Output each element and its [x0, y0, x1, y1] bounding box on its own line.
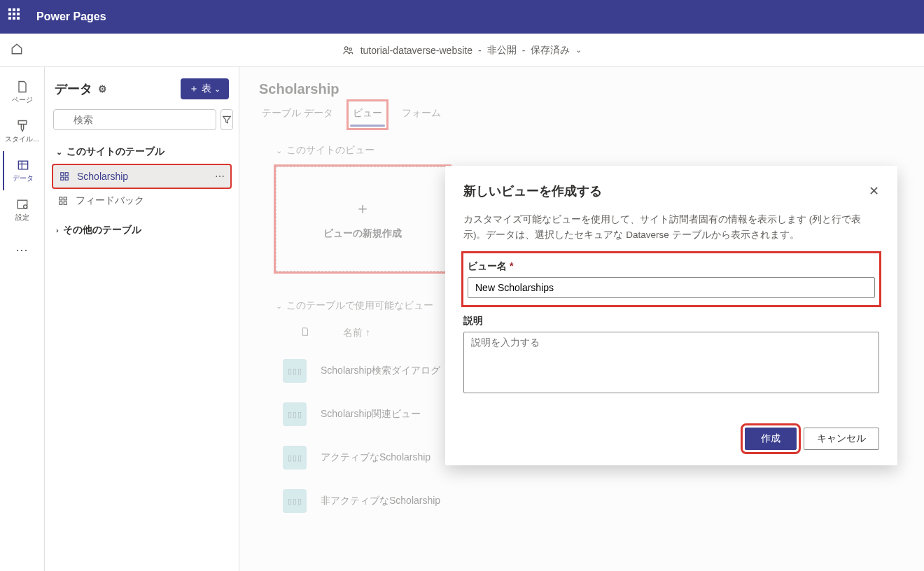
view-badge-icon: ▯▯▯ [283, 446, 307, 470]
description-field-group: 説明 [463, 311, 879, 395]
list-item[interactable]: ▯▯▯ 非アクティブなScholarship [276, 479, 904, 523]
table-icon [16, 158, 30, 172]
group-other-tables[interactable]: › その他のテーブル [52, 218, 232, 242]
view-name: 非アクティブなScholarship [321, 495, 440, 507]
chevron-down-icon: ⌄ [56, 148, 62, 157]
svg-point-0 [344, 46, 348, 50]
description-label: 説明 [463, 315, 879, 327]
svg-rect-3 [18, 200, 27, 209]
svg-rect-2 [18, 161, 27, 169]
svg-rect-6 [65, 173, 68, 176]
chevron-down-icon: ⌄ [276, 302, 282, 311]
rail-style[interactable]: スタイル... [3, 112, 42, 151]
nav-rail: ページ スタイル... データ 設定 ⋯ [0, 67, 45, 571]
create-view-card[interactable]: ＋ ビューの新規作成 [276, 167, 449, 272]
svg-point-4 [23, 205, 27, 209]
site-selector[interactable]: tutorial-dataverse-website - 非公開 - 保存済み … [342, 44, 582, 57]
svg-rect-11 [59, 202, 62, 204]
svg-rect-9 [59, 197, 62, 200]
table-item-feedback[interactable]: フィードバック [52, 189, 232, 213]
page-title: Scholarship [259, 81, 904, 97]
svg-rect-12 [64, 202, 66, 204]
setup-icon [15, 197, 29, 211]
plus-icon: ＋ [355, 198, 370, 219]
table-item-label: フィードバック [76, 195, 144, 207]
view-name-input[interactable] [468, 277, 875, 298]
rail-more[interactable]: ⋯ [3, 230, 42, 269]
view-name: アクティブなScholarship [321, 451, 430, 464]
table-item-scholarship[interactable]: Scholarship ⋯ [52, 164, 232, 189]
rail-pages[interactable]: ページ [3, 73, 42, 112]
chevron-right-icon: › [56, 226, 59, 234]
view-name: Scholarship検索ダイアログ [321, 365, 440, 377]
data-sidebar: データ ⚙ ＋ 表 ⌄ 🔍 ⌄ このサイトのテーブル [45, 67, 239, 571]
required-indicator: * [510, 260, 513, 272]
app-header: Power Pages [0, 0, 924, 34]
plus-icon: ＋ [189, 83, 199, 95]
chevron-down-icon: ⌄ [276, 146, 282, 155]
filter-icon [221, 114, 232, 125]
view-badge-icon: ▯▯▯ [283, 402, 307, 426]
site-saved: 保存済み [531, 44, 570, 57]
svg-point-1 [349, 48, 352, 50]
rail-setup[interactable]: 設定 [3, 190, 42, 230]
tab-views[interactable]: ビュー [350, 103, 385, 127]
close-icon[interactable]: ✕ [869, 183, 879, 199]
view-badge-icon: ▯▯▯ [283, 489, 307, 513]
svg-rect-10 [64, 197, 66, 200]
view-name-label: ビュー名 * [468, 260, 875, 273]
secondary-bar: tutorial-dataverse-website - 非公開 - 保存済み … [0, 34, 924, 67]
chevron-down-icon: ⌄ [214, 85, 220, 94]
rail-data[interactable]: データ [3, 151, 42, 190]
create-view-dialog: 新しいビューを作成する ✕ カスタマイズ可能なビューを使用して、サイト訪問者固有… [445, 166, 897, 465]
create-button[interactable]: 作成 [745, 428, 797, 450]
svg-rect-7 [61, 177, 64, 180]
sort-arrow-icon: ↑ [365, 327, 370, 338]
svg-rect-8 [65, 177, 68, 180]
dialog-title: 新しいビューを作成する [463, 183, 602, 199]
view-name-field-group: ビュー名 * [463, 253, 879, 305]
document-icon [297, 326, 314, 339]
page-icon [15, 80, 29, 94]
ellipsis-icon: ⋯ [15, 242, 29, 256]
gear-icon[interactable]: ⚙ [98, 83, 107, 94]
brush-icon [15, 119, 29, 133]
view-name: Scholarship関連ビュー [321, 408, 421, 421]
tab-table-data[interactable]: テーブル データ [259, 103, 336, 127]
ellipsis-icon[interactable]: ⋯ [215, 171, 225, 182]
site-views-header[interactable]: ⌄ このサイトのビュー [276, 144, 904, 157]
home-button[interactable] [0, 43, 34, 57]
grid-icon [57, 196, 69, 206]
tab-forms[interactable]: フォーム [399, 103, 444, 127]
tabs: テーブル データ ビュー フォーム [259, 103, 904, 127]
site-status: 非公開 [487, 44, 517, 57]
cancel-button[interactable]: キャンセル [804, 428, 879, 450]
sidebar-title: データ ⚙ [55, 80, 107, 97]
dialog-description: カスタマイズ可能なビューを使用して、サイト訪問者固有の情報を表示します (列と行… [463, 212, 879, 242]
search-input[interactable] [53, 109, 216, 130]
new-table-button[interactable]: ＋ 表 ⌄ [181, 78, 229, 99]
app-title: Power Pages [36, 10, 106, 23]
chevron-down-icon: ⌄ [575, 45, 582, 55]
site-name: tutorial-dataverse-website [360, 45, 472, 56]
svg-rect-5 [61, 173, 64, 176]
filter-button[interactable] [220, 109, 233, 130]
view-badge-icon: ▯▯▯ [283, 359, 307, 383]
people-icon [342, 44, 355, 57]
description-input[interactable] [463, 332, 879, 393]
grid-icon [59, 171, 70, 181]
table-item-label: Scholarship [77, 171, 128, 182]
col-name[interactable]: 名前 ↑ [343, 327, 370, 339]
group-site-tables[interactable]: ⌄ このサイトのテーブル [52, 140, 232, 164]
app-launcher-icon[interactable] [8, 8, 25, 25]
